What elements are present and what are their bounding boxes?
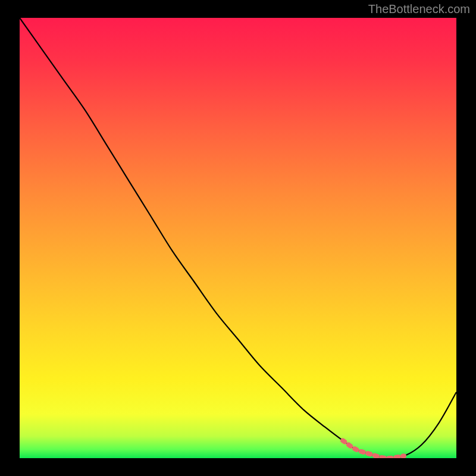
attribution-label: TheBottleneck.com [368,2,470,16]
highlight-segment [20,18,456,458]
plot-area [20,18,456,458]
